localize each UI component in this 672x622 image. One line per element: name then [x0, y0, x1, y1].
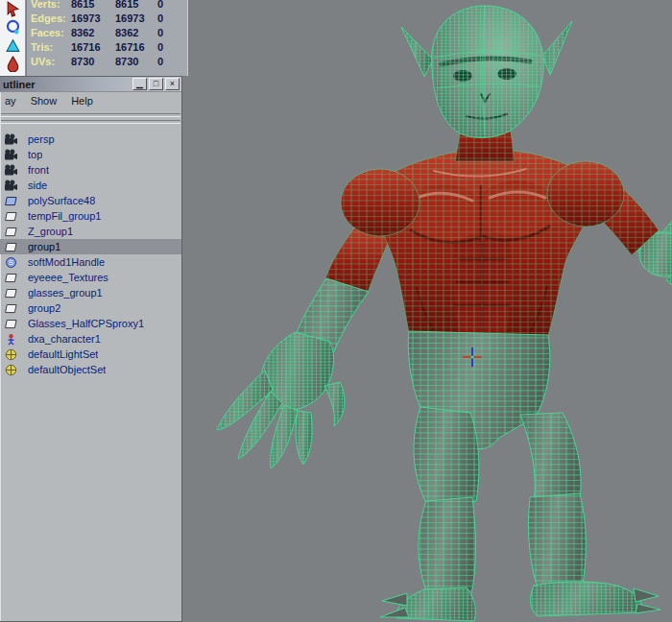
- window-buttons: ▁□×: [131, 78, 180, 90]
- outliner-item-defaultObjectSet[interactable]: defaultObjectSet: [0, 362, 181, 377]
- stat-row: Faces:836283620: [31, 26, 187, 40]
- group-icon: [4, 318, 18, 330]
- toolbox-strip: [0, 0, 26, 76]
- outliner-item-group1[interactable]: group1: [0, 239, 181, 254]
- group-icon: [4, 226, 18, 238]
- outliner-item-label: front: [28, 164, 49, 176]
- separator-groove: [1, 120, 180, 124]
- outliner-item-label: side: [28, 179, 47, 191]
- outliner-item-label: persp: [28, 133, 55, 145]
- outliner-item-label: top: [28, 149, 42, 160]
- outliner-item-dxa_character1[interactable]: dxa_character1: [0, 331, 181, 347]
- outliner-item-label: dxa_character1: [28, 333, 101, 345]
- character-legs[interactable]: [380, 331, 660, 621]
- outliner-titlebar[interactable]: utliner ▁□×: [0, 77, 181, 92]
- outliner-item-softMod1Handle[interactable]: SsoftMod1Handle: [0, 254, 181, 270]
- character-icon: [4, 333, 18, 346]
- set-icon: [4, 364, 18, 376]
- outliner-item-label: tempFil_group1: [28, 210, 101, 222]
- stat-value-3: 0: [157, 0, 175, 12]
- outliner-item-persp[interactable]: persp: [0, 132, 181, 147]
- outliner-item-side[interactable]: side: [0, 178, 181, 193]
- stat-value-1: 8615: [71, 0, 115, 12]
- outliner-window: utliner ▁□× ayShowHelp persptopfrontside…: [0, 76, 182, 622]
- camera-icon: [4, 179, 18, 192]
- stat-label: UVs:: [31, 55, 71, 69]
- stat-label: Verts:: [31, 0, 71, 12]
- outliner-item-glasses_group1[interactable]: glasses_group1: [0, 285, 181, 300]
- outliner-list: persptopfrontsidepolySurface48tempFil_gr…: [0, 129, 181, 377]
- stat-row: Tris:16716167160: [31, 40, 187, 55]
- character-left-hand[interactable]: [217, 278, 369, 468]
- maximize-button[interactable]: □: [149, 78, 163, 90]
- outliner-item-tempFil_group1[interactable]: tempFil_group1: [0, 208, 181, 224]
- outliner-item-eyeeee_Textures[interactable]: eyeeee_Textures: [0, 270, 181, 285]
- stat-value-2: 8615: [115, 0, 157, 12]
- poly-mesh-icon: [4, 195, 18, 207]
- outliner-item-Glasses_HalfCPSproxy1[interactable]: Glasses_HalfCPSproxy1: [0, 316, 181, 331]
- outliner-item-front[interactable]: front: [0, 162, 181, 178]
- lasso-tool-icon[interactable]: [5, 19, 21, 36]
- camera-icon: [4, 164, 18, 177]
- stat-value-2: 16973: [115, 12, 157, 26]
- stat-label: Edges:: [31, 12, 71, 26]
- stat-label: Faces:: [31, 26, 71, 40]
- poly-count-rows: Verts:861586150Edges:16973169730Faces:83…: [31, 0, 187, 69]
- outliner-item-label: group2: [28, 302, 60, 314]
- camera-icon: [4, 149, 18, 161]
- stat-value-3: 0: [157, 40, 175, 55]
- outliner-item-label: defaultObjectSet: [28, 364, 106, 375]
- stat-value-2: 8362: [115, 26, 157, 40]
- stat-row: UVs:873087300: [31, 55, 187, 69]
- outliner-item-label: eyeeee_Textures: [28, 272, 108, 283]
- outliner-item-top[interactable]: top: [0, 147, 181, 162]
- outliner-item-label: softMod1Handle: [28, 256, 105, 268]
- group-icon: [4, 287, 18, 299]
- maya-screen: Verts:861586150Edges:16973169730Faces:83…: [0, 0, 672, 622]
- menu-separator: [0, 109, 181, 129]
- separator-groove: [1, 113, 180, 117]
- stat-row: Verts:861586150: [31, 0, 187, 12]
- brush-tool-icon[interactable]: [5, 56, 21, 72]
- paint-select-tool-icon[interactable]: [5, 37, 21, 54]
- menu-ay[interactable]: ay: [5, 95, 16, 107]
- outliner-item-label: Z_group1: [28, 226, 73, 237]
- close-button[interactable]: ×: [165, 78, 180, 90]
- outliner-item-label: polySurface48: [28, 195, 95, 206]
- stat-value-1: 8730: [71, 55, 115, 69]
- menu-help[interactable]: Help: [71, 95, 93, 107]
- svg-text:S: S: [9, 258, 13, 267]
- outliner-item-polySurface48[interactable]: polySurface48: [0, 193, 181, 208]
- outliner-item-defaultLightSet[interactable]: defaultLightSet: [0, 347, 181, 362]
- stat-value-1: 16973: [71, 12, 115, 26]
- stat-value-3: 0: [157, 26, 175, 40]
- group-icon: [4, 210, 18, 223]
- set-icon: [4, 348, 18, 361]
- group-icon: [4, 272, 18, 284]
- poly-count-panel: Verts:861586150Edges:16973169730Faces:83…: [27, 0, 188, 76]
- outliner-item-Z_group1[interactable]: Z_group1: [0, 224, 181, 239]
- menu-show[interactable]: Show: [31, 95, 58, 107]
- stat-value-2: 8730: [115, 55, 157, 69]
- outliner-item-group2[interactable]: group2: [0, 300, 181, 316]
- character-head[interactable]: [401, 6, 572, 161]
- stat-value-3: 0: [157, 55, 175, 69]
- stat-value-2: 16716: [115, 40, 157, 55]
- stat-row: Edges:16973169730: [31, 12, 187, 26]
- outliner-title: utliner: [3, 78, 131, 91]
- group-icon: [4, 302, 18, 315]
- stat-label: Tris:: [31, 40, 71, 55]
- group-icon: [4, 241, 18, 253]
- select-tool-icon[interactable]: [5, 1, 21, 17]
- outliner-item-label: defaultLightSet: [28, 348, 98, 360]
- camera-icon: [4, 133, 18, 146]
- outliner-item-label: group1: [28, 241, 60, 252]
- outliner-item-label: glasses_group1: [28, 287, 103, 299]
- stat-value-1: 8362: [71, 26, 115, 40]
- outliner-menubar: ayShowHelp: [0, 92, 181, 109]
- stat-value-1: 16716: [71, 40, 115, 55]
- stat-value-3: 0: [157, 12, 175, 26]
- character-model[interactable]: [182, 0, 672, 622]
- softmod-icon: S: [4, 256, 18, 269]
- minimize-button[interactable]: ▁: [132, 78, 147, 90]
